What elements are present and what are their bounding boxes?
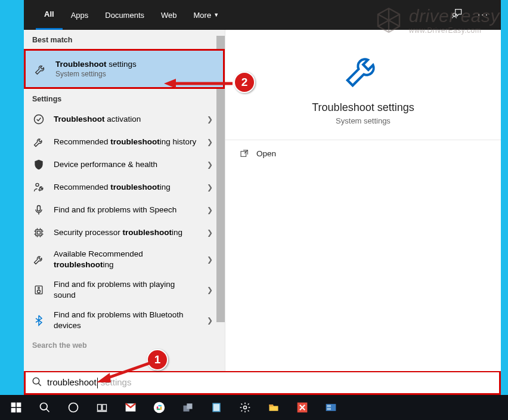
- chevron-right-icon: ❯: [207, 255, 213, 264]
- settings-result-item[interactable]: Find and fix problems with Speech❯: [24, 199, 225, 221]
- open-label: Open: [256, 149, 276, 158]
- mic-icon: [32, 203, 45, 217]
- svg-line-40: [105, 363, 149, 379]
- tab-more[interactable]: More▼: [185, 0, 228, 30]
- settings-result-item[interactable]: Find and fix problems with Bluetooth dev…: [24, 305, 225, 335]
- taskbar-close-app-icon[interactable]: [289, 395, 316, 420]
- svg-rect-19: [98, 404, 102, 410]
- chip-icon: [32, 226, 45, 239]
- svg-rect-31: [213, 404, 219, 411]
- details-subtitle: System settings: [336, 116, 391, 125]
- open-action[interactable]: Open: [225, 140, 501, 166]
- result-text: Find and fix problems with Speech: [54, 205, 199, 215]
- chevron-right-icon: ❯: [207, 286, 213, 294]
- settings-result-item[interactable]: Device performance & health❯: [24, 153, 225, 176]
- chevron-right-icon: ❯: [207, 160, 213, 169]
- start-button[interactable]: [2, 395, 30, 420]
- svg-point-7: [38, 290, 41, 293]
- svg-rect-29: [187, 403, 192, 409]
- svg-rect-36: [327, 405, 331, 407]
- svg-point-16: [41, 403, 48, 410]
- annotation-arrow-1: [94, 361, 154, 385]
- settings-result-item[interactable]: Security processor troubleshooting❯: [24, 221, 225, 244]
- tab-all[interactable]: All: [36, 0, 63, 30]
- svg-point-8: [38, 287, 40, 289]
- result-text: Available Recommended troubleshooting: [54, 249, 199, 270]
- svg-point-18: [69, 403, 78, 412]
- search-tabs: All Apps Documents Web More▼ ···: [24, 0, 501, 30]
- open-icon: [240, 149, 249, 158]
- chevron-down-icon: ▼: [213, 12, 219, 18]
- chevron-right-icon: ❯: [207, 228, 213, 237]
- settings-result-item[interactable]: Available Recommended troubleshooting❯: [24, 244, 225, 274]
- taskbar-notepad-icon[interactable]: [203, 395, 230, 420]
- svg-rect-14: [11, 408, 16, 413]
- svg-rect-5: [38, 231, 41, 234]
- svg-rect-25: [158, 405, 162, 407]
- shield-icon: [32, 158, 45, 171]
- details-header: Troubleshoot settings System settings: [225, 30, 501, 140]
- checkmark-circle-icon: [32, 113, 45, 126]
- svg-point-1: [35, 115, 44, 124]
- tab-documents[interactable]: Documents: [97, 0, 153, 30]
- result-text: Find and fix problems with playing sound: [54, 279, 199, 300]
- result-text: Recommended troubleshooting history: [54, 137, 199, 147]
- chevron-right-icon: ❯: [207, 138, 213, 146]
- taskbar-control-panel-icon[interactable]: [317, 395, 345, 420]
- svg-rect-20: [103, 404, 107, 410]
- result-text: Find and fix problems with Bluetooth dev…: [54, 310, 199, 331]
- taskbar-settings-icon[interactable]: [231, 395, 259, 420]
- svg-point-2: [36, 183, 39, 186]
- details-title: Troubleshoot settings: [312, 101, 414, 114]
- chevron-right-icon: ❯: [207, 115, 213, 123]
- section-search-web: Search the web: [24, 335, 225, 354]
- settings-result-item[interactable]: Recommended troubleshooting❯: [24, 176, 225, 199]
- person-wrench-icon: [32, 181, 45, 194]
- chevron-right-icon: ❯: [207, 316, 213, 325]
- cortana-icon[interactable]: [60, 395, 87, 420]
- tab-apps[interactable]: Apps: [63, 0, 97, 30]
- svg-rect-37: [327, 408, 331, 410]
- svg-rect-3: [38, 206, 41, 211]
- svg-line-11: [38, 383, 41, 386]
- section-settings: Settings: [24, 89, 225, 108]
- search-content: Best match Troubleshoot settings System …: [24, 30, 501, 395]
- best-match-text: Troubleshoot settings System settings: [55, 59, 215, 79]
- details-column: Troubleshoot settings System settings Op…: [225, 30, 501, 395]
- chevron-right-icon: ❯: [207, 183, 213, 192]
- result-text: Security processor troubleshooting: [54, 227, 199, 238]
- annotation-step-2: 2: [234, 72, 255, 93]
- svg-rect-27: [157, 409, 160, 410]
- svg-marker-41: [97, 373, 111, 382]
- bluetooth-icon: [32, 314, 45, 327]
- section-best-match: Best match: [24, 30, 225, 49]
- taskbar-search-icon[interactable]: [31, 395, 58, 420]
- annotation-arrow-2: [164, 78, 236, 89]
- taskbar-explorer-icon[interactable]: [260, 395, 287, 420]
- settings-result-item[interactable]: Troubleshoot activation❯: [24, 108, 225, 131]
- svg-rect-12: [11, 403, 16, 407]
- settings-result-item[interactable]: Recommended troubleshooting history❯: [24, 131, 225, 153]
- svg-line-17: [47, 409, 49, 412]
- wrench-large-icon: [342, 49, 384, 93]
- svg-rect-33: [270, 404, 274, 406]
- taskbar-app-icon-1[interactable]: [174, 395, 202, 420]
- svg-rect-15: [17, 408, 21, 413]
- svg-rect-13: [17, 403, 21, 407]
- feedback-icon[interactable]: [451, 8, 463, 22]
- settings-result-item[interactable]: Find and fix problems with playing sound…: [24, 274, 225, 305]
- taskbar-gmail-icon[interactable]: [117, 395, 144, 420]
- taskbar: [0, 395, 508, 420]
- svg-point-23: [154, 402, 165, 413]
- svg-rect-26: [160, 406, 162, 410]
- taskbar-slack-icon[interactable]: [145, 395, 173, 420]
- tab-web[interactable]: Web: [153, 0, 185, 30]
- svg-point-0: [453, 13, 456, 16]
- result-text: Recommended troubleshooting: [54, 182, 199, 193]
- svg-point-10: [33, 378, 39, 384]
- more-options-icon[interactable]: ···: [478, 10, 489, 20]
- speaker-icon: [32, 283, 45, 297]
- task-view-icon[interactable]: [88, 395, 116, 420]
- wrench-icon: [32, 135, 45, 149]
- search-window: All Apps Documents Web More▼ ··· Best ma…: [24, 0, 501, 395]
